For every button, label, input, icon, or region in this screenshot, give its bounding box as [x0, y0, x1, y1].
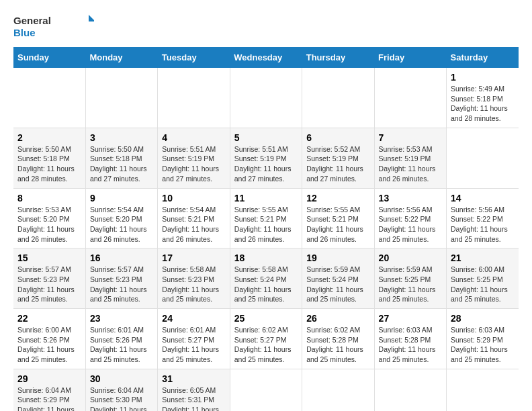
calendar-cell: 24Sunrise: 6:01 AMSunset: 5:27 PMDayligh… [158, 309, 230, 369]
day-number: 7 [379, 132, 442, 143]
day-info: Sunrise: 5:51 AMSunset: 5:19 PMDaylight:… [162, 145, 219, 183]
calendar-cell: 3Sunrise: 5:50 AMSunset: 5:18 PMDaylight… [85, 128, 157, 188]
day-number: 6 [306, 132, 369, 143]
calendar-cell: 10Sunrise: 5:54 AMSunset: 5:21 PMDayligh… [158, 188, 230, 248]
day-number: 4 [162, 132, 225, 143]
calendar-cell: 26Sunrise: 6:02 AMSunset: 5:28 PMDayligh… [302, 309, 374, 369]
logo: General Blue [13, 13, 94, 40]
day-number: 5 [234, 132, 298, 143]
calendar-cell [374, 369, 446, 411]
calendar-table: SundayMondayTuesdayWednesdayThursdayFrid… [13, 47, 519, 411]
week-row-5: 22Sunrise: 6:00 AMSunset: 5:26 PMDayligh… [13, 309, 519, 369]
week-row-6: 29Sunrise: 6:04 AMSunset: 5:29 PMDayligh… [13, 369, 519, 411]
day-info: Sunrise: 6:00 AMSunset: 5:26 PMDaylight:… [17, 326, 75, 363]
day-number: 14 [451, 193, 515, 203]
logo-svg: General Blue [13, 13, 94, 40]
weekday-header-saturday: Saturday [447, 47, 519, 68]
calendar-cell: 27Sunrise: 6:03 AMSunset: 5:28 PMDayligh… [374, 309, 446, 369]
calendar-cell [302, 369, 374, 411]
day-number: 25 [234, 313, 298, 324]
header: General Blue [13, 13, 519, 40]
week-row-4: 15Sunrise: 5:57 AMSunset: 5:23 PMDayligh… [13, 248, 519, 309]
day-number: 21 [451, 253, 515, 263]
svg-text:General: General [13, 15, 51, 26]
calendar-cell: 2Sunrise: 5:50 AMSunset: 5:18 PMDaylight… [13, 128, 85, 188]
day-number: 12 [306, 193, 369, 203]
day-info: Sunrise: 5:53 AMSunset: 5:19 PMDaylight:… [379, 145, 436, 183]
day-info: Sunrise: 5:55 AMSunset: 5:21 PMDaylight:… [306, 205, 363, 243]
calendar-cell: 28Sunrise: 6:03 AMSunset: 5:29 PMDayligh… [447, 309, 519, 369]
calendar-cell [302, 68, 374, 128]
calendar-cell: 14Sunrise: 5:56 AMSunset: 5:22 PMDayligh… [447, 188, 519, 248]
svg-marker-1 [89, 15, 94, 21]
calendar-cell: 7Sunrise: 5:53 AMSunset: 5:19 PMDaylight… [374, 128, 446, 188]
day-info: Sunrise: 5:58 AMSunset: 5:23 PMDaylight:… [162, 265, 219, 303]
week-row-1: 1Sunrise: 5:49 AMSunset: 5:18 PMDaylight… [13, 68, 519, 128]
day-info: Sunrise: 6:01 AMSunset: 5:27 PMDaylight:… [162, 326, 219, 363]
weekday-header-thursday: Thursday [302, 47, 374, 68]
day-number: 9 [90, 193, 153, 203]
day-info: Sunrise: 5:56 AMSunset: 5:22 PMDaylight:… [451, 205, 508, 243]
day-info: Sunrise: 5:50 AMSunset: 5:18 PMDaylight:… [17, 145, 75, 183]
day-number: 20 [379, 253, 442, 263]
day-info: Sunrise: 6:03 AMSunset: 5:28 PMDaylight:… [379, 326, 436, 363]
day-info: Sunrise: 6:03 AMSunset: 5:29 PMDaylight:… [451, 326, 508, 363]
calendar-cell [230, 369, 302, 411]
calendar-cell: 4Sunrise: 5:51 AMSunset: 5:19 PMDaylight… [158, 128, 230, 188]
day-number: 18 [234, 253, 298, 263]
day-number: 23 [90, 313, 153, 324]
calendar-cell: 30Sunrise: 6:04 AMSunset: 5:30 PMDayligh… [85, 369, 157, 411]
day-info: Sunrise: 5:49 AMSunset: 5:18 PMDaylight:… [451, 85, 508, 122]
calendar-cell: 1Sunrise: 5:49 AMSunset: 5:18 PMDaylight… [447, 68, 519, 128]
day-number: 10 [162, 193, 225, 203]
calendar-cell [158, 68, 230, 128]
weekday-header-sunday: Sunday [13, 47, 85, 68]
calendar-cell: 8Sunrise: 5:53 AMSunset: 5:20 PMDaylight… [13, 188, 85, 248]
day-number: 28 [451, 313, 515, 324]
day-number: 29 [17, 373, 81, 384]
calendar-cell: 29Sunrise: 6:04 AMSunset: 5:29 PMDayligh… [13, 369, 85, 411]
weekday-header-monday: Monday [85, 47, 157, 68]
weekday-header-wednesday: Wednesday [230, 47, 302, 68]
day-number: 13 [379, 193, 442, 203]
calendar-cell: 13Sunrise: 5:56 AMSunset: 5:22 PMDayligh… [374, 188, 446, 248]
day-info: Sunrise: 6:05 AMSunset: 5:31 PMDaylight:… [162, 386, 219, 411]
day-number: 22 [17, 313, 81, 324]
calendar-cell [374, 68, 446, 128]
day-info: Sunrise: 6:01 AMSunset: 5:26 PMDaylight:… [90, 326, 147, 363]
calendar-cell: 16Sunrise: 5:57 AMSunset: 5:23 PMDayligh… [85, 248, 157, 309]
calendar-cell [13, 68, 85, 128]
day-info: Sunrise: 5:54 AMSunset: 5:20 PMDaylight:… [90, 205, 147, 243]
day-number: 27 [379, 313, 442, 324]
calendar-cell: 20Sunrise: 5:59 AMSunset: 5:25 PMDayligh… [374, 248, 446, 309]
day-info: Sunrise: 5:55 AMSunset: 5:21 PMDaylight:… [234, 205, 292, 243]
day-number: 24 [162, 313, 225, 324]
calendar-cell [230, 68, 302, 128]
week-row-2: 2Sunrise: 5:50 AMSunset: 5:18 PMDaylight… [13, 128, 519, 188]
week-row-3: 8Sunrise: 5:53 AMSunset: 5:20 PMDaylight… [13, 188, 519, 248]
day-info: Sunrise: 6:00 AMSunset: 5:25 PMDaylight:… [451, 265, 508, 303]
weekday-header-friday: Friday [374, 47, 446, 68]
calendar-cell: 19Sunrise: 5:59 AMSunset: 5:24 PMDayligh… [302, 248, 374, 309]
day-number: 19 [306, 253, 369, 263]
day-number: 31 [162, 373, 225, 384]
calendar-cell [85, 68, 157, 128]
calendar-cell: 25Sunrise: 6:02 AMSunset: 5:27 PMDayligh… [230, 309, 302, 369]
calendar-cell: 17Sunrise: 5:58 AMSunset: 5:23 PMDayligh… [158, 248, 230, 309]
weekday-header-tuesday: Tuesday [158, 47, 230, 68]
day-info: Sunrise: 5:54 AMSunset: 5:21 PMDaylight:… [162, 205, 219, 243]
day-info: Sunrise: 5:57 AMSunset: 5:23 PMDaylight:… [90, 265, 147, 303]
day-number: 8 [17, 193, 81, 203]
day-number: 30 [90, 373, 153, 384]
day-info: Sunrise: 6:04 AMSunset: 5:29 PMDaylight:… [17, 386, 75, 411]
day-number: 2 [17, 132, 81, 143]
calendar-cell: 21Sunrise: 6:00 AMSunset: 5:25 PMDayligh… [447, 248, 519, 309]
calendar-cell: 5Sunrise: 5:51 AMSunset: 5:19 PMDaylight… [230, 128, 302, 188]
day-info: Sunrise: 5:56 AMSunset: 5:22 PMDaylight:… [379, 205, 436, 243]
svg-text:Blue: Blue [13, 27, 36, 38]
day-number: 1 [451, 72, 515, 83]
day-info: Sunrise: 5:59 AMSunset: 5:24 PMDaylight:… [306, 265, 363, 303]
day-info: Sunrise: 5:50 AMSunset: 5:18 PMDaylight:… [90, 145, 147, 183]
calendar-cell: 23Sunrise: 6:01 AMSunset: 5:26 PMDayligh… [85, 309, 157, 369]
day-number: 11 [234, 193, 298, 203]
